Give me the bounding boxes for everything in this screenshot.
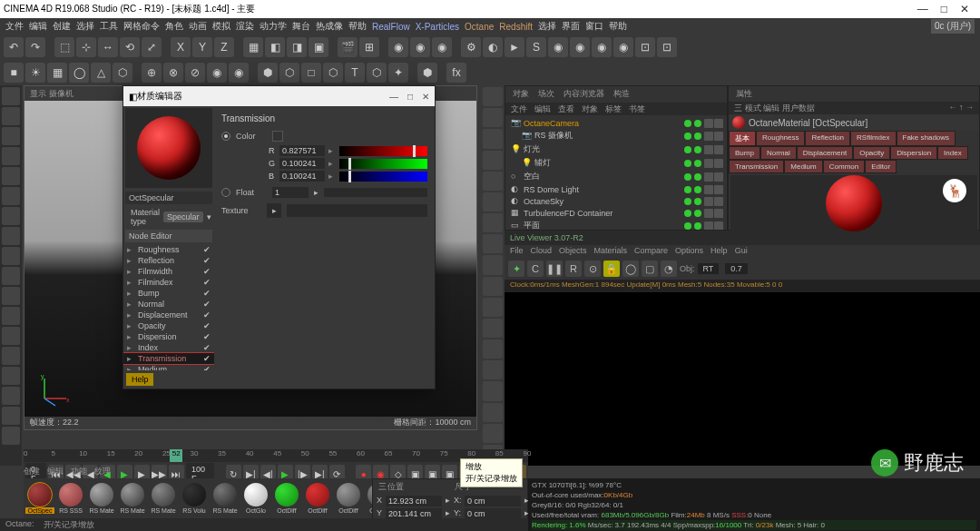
close-button[interactable]: ✕ — [960, 3, 969, 15]
menu-渲染[interactable]: 渲染 — [236, 20, 254, 33]
attr-tab-Roughness[interactable]: Roughness — [756, 131, 805, 146]
channel-medium[interactable]: ▸Medium✔ — [123, 364, 214, 370]
side-tool-16[interactable] — [2, 407, 20, 425]
node-editor-button[interactable]: Node Editor — [125, 230, 212, 242]
float-radio[interactable] — [221, 188, 230, 197]
size-X-input[interactable] — [465, 496, 521, 506]
channel-opacity[interactable]: ▸Opacity✔ — [123, 320, 214, 331]
side-tool-7[interactable] — [2, 227, 20, 245]
toolbar-icon-10[interactable]: Y — [192, 37, 212, 57]
toolbar-icon-21[interactable]: ⬢ — [417, 63, 437, 83]
side-tool-3[interactable] — [2, 147, 20, 165]
toolbar-icon-32[interactable]: ◉ — [613, 37, 633, 57]
channel-filmwidth[interactable]: ▸Filmwidth✔ — [123, 266, 214, 277]
side-tool-11[interactable] — [2, 307, 20, 325]
channel-reflection[interactable]: ▸Reflection✔ — [123, 255, 214, 266]
side-tool-14[interactable] — [2, 367, 20, 385]
matmgr-menu-纹理[interactable]: 纹理 — [94, 466, 111, 477]
side-tool-12[interactable] — [2, 327, 20, 345]
attr-tab-Reflection[interactable]: Reflection — [805, 131, 850, 146]
material-slot-OctDiff[interactable]: OctDiff — [303, 483, 332, 514]
channel-normal[interactable]: ▸Normal✔ — [123, 299, 214, 310]
toolbar-icon-3[interactable]: ⬚ — [54, 37, 74, 57]
toolbar-icon-11[interactable]: Z — [214, 37, 234, 57]
channel-bump[interactable]: ▸Bump✔ — [123, 288, 214, 299]
toolbar-icon-30[interactable]: ◉ — [570, 37, 590, 57]
toolbar-icon-13[interactable]: ▦ — [243, 37, 263, 57]
attr-tab-Opacity[interactable]: Opacity — [853, 146, 890, 160]
menu-界面[interactable]: 界面 — [562, 20, 580, 33]
lv-menu-Cloud[interactable]: Cloud — [531, 246, 553, 257]
side-tool-17[interactable] — [2, 427, 20, 445]
side-tool-15[interactable] — [2, 387, 20, 405]
toolbar-icon-21[interactable]: ◉ — [388, 37, 408, 57]
spp-value[interactable]: 0.7 — [725, 263, 748, 274]
channel-index[interactable]: ▸Index✔ — [123, 342, 214, 353]
material-editor-titlebar[interactable]: ◧ 材质编辑器 — □ ✕ — [123, 86, 435, 106]
attr-tab-Normal[interactable]: Normal — [760, 146, 797, 160]
toolbar-icon-8[interactable]: ⊗ — [163, 63, 183, 83]
objmenu-编辑[interactable]: 编辑 — [534, 103, 551, 114]
clock-icon[interactable]: ◔ — [661, 261, 677, 277]
attr-tab-Index[interactable]: Index — [937, 146, 968, 160]
toolbar-icon-5[interactable]: ↔ — [98, 37, 118, 57]
color-swatch-icon[interactable] — [272, 131, 283, 142]
vp-tool-5[interactable] — [483, 192, 503, 211]
me-close-button[interactable]: ✕ — [422, 92, 429, 102]
material-slot-RS Mate[interactable]: RS Mate — [149, 483, 178, 514]
material-name[interactable]: OctSpecular — [125, 192, 212, 204]
obj-辅灯[interactable]: 💡辅灯 — [507, 156, 725, 170]
menu-帮助[interactable]: 帮助 — [348, 20, 367, 33]
toolbar-icon-28[interactable]: S — [526, 37, 546, 57]
objtab-场次[interactable]: 场次 — [538, 88, 554, 101]
channel-roughness[interactable]: ▸Roughness✔ — [123, 244, 214, 255]
obj-空白[interactable]: ○空白 — [507, 170, 725, 183]
toolbar-icon-17[interactable]: T — [345, 63, 365, 83]
objmenu-对象[interactable]: 对象 — [582, 103, 598, 114]
axis-gizmo[interactable]: yx — [35, 371, 72, 408]
toolbar-icon-15[interactable]: ◨ — [287, 37, 307, 57]
toolbar-icon-0[interactable]: ■ — [4, 63, 24, 83]
menu-热成像[interactable]: 热成像 — [316, 20, 343, 33]
objmenu-书签[interactable]: 书签 — [629, 103, 645, 114]
objmenu-文件[interactable]: 文件 — [511, 103, 527, 114]
matmgr-menu-功能[interactable]: 功能 — [71, 466, 87, 477]
lv-menu-File[interactable]: File — [510, 246, 524, 257]
lv-menu-Objects[interactable]: Objects — [559, 246, 587, 257]
menu-动画[interactable]: 动画 — [189, 20, 207, 33]
lock-icon[interactable]: 🔒 — [603, 261, 620, 277]
vp-tool-7[interactable] — [483, 234, 503, 253]
me-maximize-button[interactable]: □ — [407, 92, 413, 102]
objmenu-查看[interactable]: 查看 — [558, 103, 574, 114]
material-type-dropdown[interactable]: Specular — [163, 211, 203, 222]
toolbar-icon-33[interactable]: ⊡ — [635, 37, 655, 57]
toolbar-icon-1[interactable]: ↷ — [25, 37, 45, 57]
toolbar-icon-19[interactable]: ⊞ — [359, 37, 379, 57]
lv-menu-Options[interactable]: Options — [675, 246, 703, 257]
material-slot-RS Mate[interactable]: RS Mate — [118, 483, 147, 514]
attr-tab-RSfilmdex[interactable]: RSfilmdex — [850, 131, 896, 146]
vp-tool-12[interactable] — [483, 339, 503, 359]
side-tool-8[interactable] — [2, 247, 20, 265]
matmgr-menu-编辑[interactable]: 编辑 — [47, 466, 64, 477]
menu-RealFlow[interactable]: RealFlow — [372, 22, 410, 32]
toolbar-icon-23[interactable]: ◉ — [432, 37, 452, 57]
menu-选择[interactable]: 选择 — [76, 20, 94, 33]
maximize-button[interactable]: □ — [941, 3, 947, 15]
g-slider[interactable] — [339, 159, 427, 169]
side-tool-5[interactable] — [2, 187, 20, 205]
obj-OctaneSky[interactable]: ◐OctaneSky — [507, 195, 725, 207]
settings-icon[interactable]: ⊙ — [584, 261, 601, 277]
obj-dropdown[interactable]: RT — [698, 263, 720, 274]
toolbar-icon-34[interactable]: ⊡ — [657, 37, 677, 57]
objtab-构造[interactable]: 构造 — [613, 88, 630, 101]
toolbar-icon-4[interactable]: △ — [91, 63, 111, 83]
objtab-对象[interactable]: 对象 — [513, 88, 529, 101]
menu-X-Particles[interactable]: X-Particles — [416, 22, 459, 32]
attr-tab-Common[interactable]: Common — [823, 160, 865, 173]
material-slot-OctGlo[interactable]: OctGlo — [241, 483, 270, 514]
material-slot-RS Mate[interactable]: RS Mate — [211, 483, 240, 514]
toolbar-icon-6[interactable]: ⟲ — [120, 37, 140, 57]
attr-menu[interactable]: 三 模式 编辑 用户数据← ↑ → — [729, 102, 979, 114]
vp-tool-9[interactable] — [483, 277, 503, 296]
